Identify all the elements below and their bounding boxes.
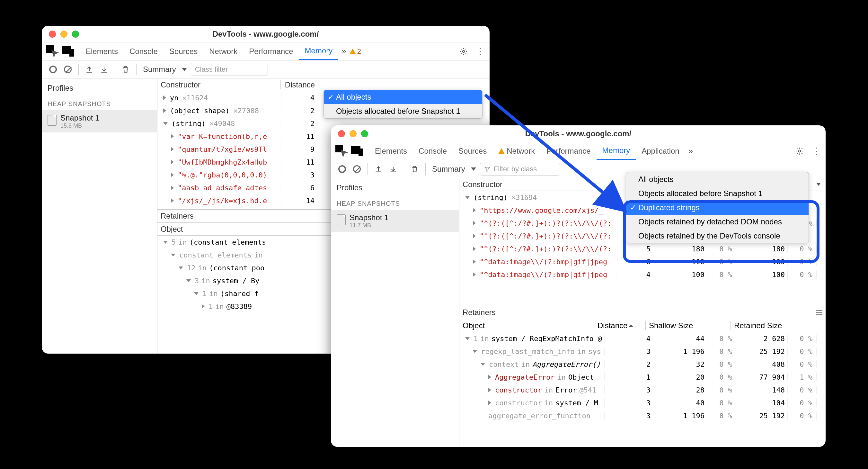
warning-icon (498, 148, 505, 154)
filter-option-all[interactable]: All objects (626, 172, 809, 186)
tab-performance[interactable]: Performance (243, 42, 299, 60)
tab-memory[interactable]: Memory (596, 142, 636, 160)
retainer-row[interactable]: constructor in Error @5413280 %1480 % (459, 383, 826, 397)
tab-bar: Elements Console Sources Network Perform… (42, 42, 490, 60)
svg-rect-6 (359, 148, 363, 156)
chevron-down-icon[interactable] (816, 183, 820, 186)
close-icon[interactable] (49, 31, 56, 38)
tabs-overflow[interactable]: » (685, 146, 696, 156)
gear-icon[interactable] (458, 45, 470, 58)
kebab-icon[interactable]: ⋮ (810, 145, 823, 157)
sort-asc-icon (629, 324, 633, 327)
heap-snapshots-heading: HEAP SNAPSHOTS (331, 197, 459, 210)
column-shallow[interactable]: Shallow Size (646, 321, 731, 330)
table-header: Constructor Distance (157, 79, 490, 91)
highlight-new-filters (623, 200, 819, 263)
column-retained[interactable]: Retained Size (731, 321, 816, 330)
warning-badge[interactable]: 2 (349, 47, 361, 56)
snapshot-icon (337, 214, 346, 225)
chevron-down-icon (471, 168, 476, 171)
profiles-sidebar: Profiles HEAP SNAPSHOTS Snapshot 1 11.7 … (331, 178, 459, 447)
column-distance[interactable]: Distance (281, 80, 319, 89)
retainers-heading: Retainers (459, 306, 826, 319)
filter-option-all[interactable]: All objects (324, 90, 482, 104)
profiles-heading: Profiles (331, 178, 459, 197)
clear-icon[interactable] (62, 63, 74, 76)
maximize-icon[interactable] (361, 130, 368, 137)
column-constructor[interactable]: Constructor (459, 180, 612, 189)
minimize-icon[interactable] (60, 31, 67, 38)
view-select[interactable]: Summary (428, 165, 480, 174)
tab-console[interactable]: Console (124, 42, 163, 60)
tab-application[interactable]: Application (636, 142, 685, 160)
column-distance[interactable]: Distance (594, 321, 646, 330)
clear-icon[interactable] (351, 163, 363, 175)
close-icon[interactable] (338, 130, 345, 137)
trash-icon[interactable] (120, 63, 132, 76)
retainers-header: Object Distance Shallow Size Retained Si… (459, 319, 826, 332)
tab-bar: Elements Console Sources Network Perform… (331, 142, 826, 160)
inspect-icon[interactable] (45, 44, 60, 59)
retainer-row[interactable]: aggregate_error_function31 1960 %25 1920… (459, 409, 826, 422)
traffic-lights (338, 130, 368, 137)
filter-option-before-snapshot[interactable]: Objects allocated before Snapshot 1 (626, 186, 809, 201)
warning-icon (349, 49, 356, 54)
download-icon[interactable] (387, 163, 399, 175)
memory-toolbar: Summary Class filter (42, 60, 490, 79)
tab-elements[interactable]: Elements (369, 142, 413, 160)
record-icon[interactable] (47, 63, 59, 76)
retainer-row[interactable]: context in AggregateError()2320 %4080 % (459, 358, 826, 371)
kebab-icon[interactable]: ⋮ (474, 45, 486, 58)
heap-snapshots-heading: HEAP SNAPSHOTS (42, 98, 157, 110)
record-icon[interactable] (336, 163, 348, 175)
devtools-window-2: DevTools - www.google.com/ Elements Cons… (331, 125, 826, 447)
snapshot-icon (48, 115, 57, 126)
tab-console[interactable]: Console (413, 142, 453, 160)
snapshot-item[interactable]: Snapshot 1 11.7 MB (331, 210, 459, 232)
upload-icon[interactable] (372, 163, 384, 175)
view-select[interactable]: Summary (139, 65, 191, 74)
class-filter-input[interactable]: Class filter (191, 63, 268, 76)
titlebar: DevTools - www.google.com/ (42, 26, 490, 42)
filter-dropdown[interactable]: All objects Objects allocated before Sna… (323, 90, 483, 119)
hamburger-icon[interactable] (816, 310, 823, 315)
column-object[interactable]: Object (459, 321, 594, 330)
upload-icon[interactable] (83, 63, 95, 76)
svg-rect-2 (69, 49, 74, 57)
traffic-lights (49, 31, 79, 38)
tab-elements[interactable]: Elements (80, 42, 124, 60)
svg-point-3 (463, 50, 465, 52)
tab-memory[interactable]: Memory (299, 42, 339, 60)
device-icon[interactable] (60, 44, 76, 59)
trash-icon[interactable] (409, 163, 421, 175)
retainer-row[interactable]: regexp_last_match_info in sys31 1960 %25… (459, 345, 826, 358)
filter-option-before-snapshot[interactable]: Objects allocated before Snapshot 1 (324, 104, 482, 118)
retainers-rows: 1 in system / RegExpMatchInfo @4440 %2 6… (459, 332, 826, 447)
titlebar: DevTools - www.google.com/ (331, 125, 826, 142)
table-row[interactable]: "^data:image\\/(?:bmp|gif|jpeg41000 %100… (459, 268, 826, 281)
window-title: DevTools - www.google.com/ (47, 30, 485, 38)
retainer-row[interactable]: AggregateError in Object1200 %77 9041 % (459, 371, 826, 383)
profiles-heading: Profiles (42, 79, 157, 98)
maximize-icon[interactable] (72, 31, 79, 38)
chevron-down-icon (182, 68, 187, 71)
retainer-row[interactable]: 1 in system / RegExpMatchInfo @4440 %2 6… (459, 332, 826, 345)
tab-network[interactable]: Network (493, 142, 541, 160)
filter-icon (484, 166, 491, 172)
minimize-icon[interactable] (349, 130, 356, 137)
tab-network[interactable]: Network (203, 42, 243, 60)
tab-sources[interactable]: Sources (453, 142, 493, 160)
download-icon[interactable] (98, 63, 110, 76)
tab-sources[interactable]: Sources (163, 42, 203, 60)
inspect-icon[interactable] (334, 143, 349, 159)
snapshot-item[interactable]: Snapshot 1 15.8 MB (42, 110, 157, 133)
retainer-row[interactable]: constructor in system / M3400 %1040 % (459, 397, 826, 409)
window-title: DevTools - www.google.com/ (336, 129, 820, 138)
svg-point-7 (799, 150, 801, 152)
device-icon[interactable] (349, 143, 365, 159)
tab-performance[interactable]: Performance (541, 142, 596, 160)
class-filter-input[interactable]: Filter by class (480, 163, 560, 176)
column-constructor[interactable]: Constructor (157, 80, 281, 89)
gear-icon[interactable] (794, 145, 806, 157)
tabs-overflow[interactable]: » (338, 46, 349, 56)
